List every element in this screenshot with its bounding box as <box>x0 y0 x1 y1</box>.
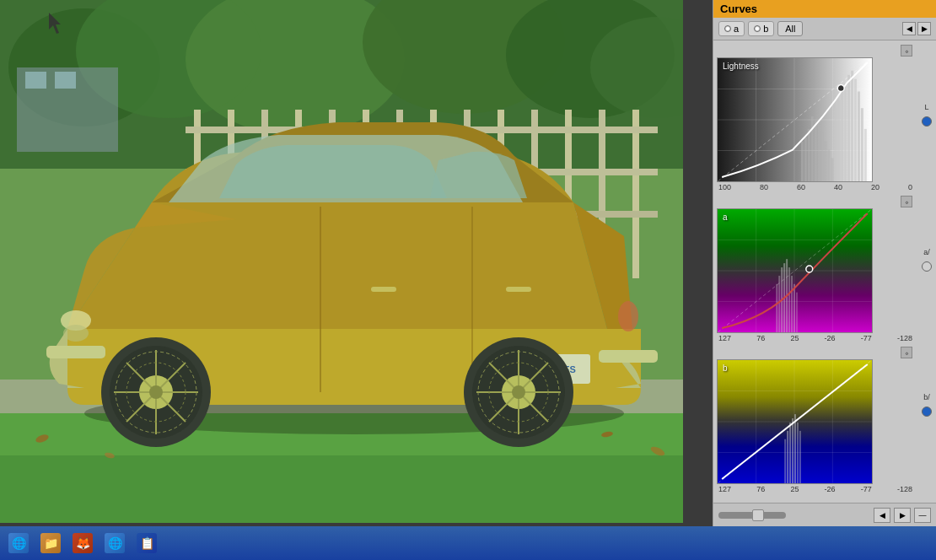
image-panel: CURVES <box>0 0 713 526</box>
b-canvas[interactable]: b <box>717 359 873 484</box>
b-graph-container: ⬦ b <box>717 346 914 493</box>
svg-rect-80 <box>818 125 820 181</box>
lightness-label: Lightness <box>723 62 759 71</box>
tab-a-label: a <box>734 24 739 34</box>
toolbar-prev-btn[interactable]: ◀ <box>874 508 890 523</box>
svg-rect-109 <box>791 276 793 332</box>
right-label-b: b/ <box>923 393 930 401</box>
tab-a-dot <box>724 25 731 32</box>
svg-rect-85 <box>834 108 836 181</box>
svg-rect-124 <box>794 414 796 483</box>
svg-rect-77 <box>808 129 810 181</box>
svg-point-112 <box>806 266 813 272</box>
right-radio-b[interactable] <box>922 407 932 417</box>
b-curve-svg <box>718 360 872 483</box>
toolbar-minus-btn[interactable]: — <box>914 508 931 523</box>
a-graph-header: ⬦ <box>717 195 914 208</box>
tab-b-label: b <box>763 24 768 34</box>
svg-rect-88 <box>844 83 847 181</box>
b-scale: 127 76 25 -26 -77 -128 <box>717 485 914 493</box>
a-scale: 127 76 25 -26 -77 -128 <box>717 334 914 342</box>
svg-rect-62 <box>0 0 683 523</box>
lightness-graph-header: ⬦ <box>717 44 914 57</box>
taskbar-icon-2: 📁 <box>40 533 61 553</box>
svg-rect-123 <box>792 418 793 483</box>
taskbar-item-1[interactable]: 🌐 <box>3 530 34 557</box>
svg-rect-87 <box>841 91 843 181</box>
svg-rect-104 <box>778 276 780 332</box>
bottom-toolbar: ◀ ▶ — <box>713 503 936 526</box>
svg-rect-78 <box>811 116 814 181</box>
title-text: Curves <box>720 3 757 15</box>
taskbar-icon-1: 🌐 <box>8 533 29 553</box>
svg-rect-83 <box>827 150 830 181</box>
curves-tabs: a b All ◀ ▶ <box>713 18 936 40</box>
svg-rect-126 <box>799 431 801 483</box>
right-radio-l[interactable] <box>922 116 932 127</box>
svg-rect-90 <box>851 71 853 181</box>
taskbar-icon-5: 📋 <box>137 533 157 553</box>
taskbar-icon-3: 🦊 <box>73 533 93 553</box>
svg-rect-92 <box>858 91 860 181</box>
tab-b-dot <box>754 25 761 32</box>
taskbar-item-2[interactable]: 📁 <box>35 530 66 557</box>
lightness-curve-svg <box>718 58 872 181</box>
right-label-l: L <box>924 103 928 111</box>
taskbar-item-3[interactable]: 🦊 <box>67 530 98 557</box>
svg-rect-103 <box>776 284 777 332</box>
curves-content: ⬦ Lightness <box>713 40 936 503</box>
taskbar-icon-4: 🌐 <box>105 533 125 553</box>
car-image: CURVES <box>0 0 683 523</box>
svg-rect-84 <box>831 158 833 181</box>
lightness-scale: 100 80 60 40 20 0 <box>717 183 914 191</box>
svg-rect-108 <box>788 267 790 332</box>
curves-panel: Curves a b All ◀ ▶ ⬦ <box>713 0 936 526</box>
svg-rect-86 <box>837 100 840 181</box>
b-label: b <box>723 363 728 373</box>
taskbar-item-4[interactable]: 🌐 <box>100 530 130 557</box>
svg-rect-125 <box>797 423 799 483</box>
a-label: a <box>723 213 728 222</box>
svg-rect-120 <box>784 439 786 483</box>
lightness-graph-icon: ⬦ <box>901 45 912 57</box>
svg-rect-89 <box>847 75 850 181</box>
b-graph-header: ⬦ <box>717 346 914 359</box>
tab-next-btn[interactable]: ▶ <box>917 22 931 35</box>
svg-rect-91 <box>854 79 857 181</box>
a-curve-svg <box>718 209 872 332</box>
svg-rect-122 <box>789 423 791 483</box>
toolbar-slider[interactable] <box>718 512 786 519</box>
tab-nav: ◀ ▶ <box>902 22 931 35</box>
taskbar-item-5[interactable]: 📋 <box>132 530 162 557</box>
svg-rect-94 <box>864 129 867 181</box>
main-area: CURVES <box>0 0 936 526</box>
tab-prev-btn[interactable]: ◀ <box>902 22 916 35</box>
b-graph-icon: ⬦ <box>901 347 912 358</box>
lightness-canvas[interactable]: Lightness <box>717 57 873 182</box>
right-radio-a[interactable] <box>922 261 932 272</box>
right-label-a: a/ <box>923 248 930 256</box>
taskbar: 🌐 📁 🦊 🌐 📋 <box>0 526 936 560</box>
right-labels: L a/ b/ <box>917 40 936 503</box>
a-graph-icon: ⬦ <box>901 196 912 207</box>
svg-rect-121 <box>787 431 788 483</box>
svg-point-95 <box>837 85 844 92</box>
a-graph-container: ⬦ a <box>717 195 914 342</box>
toolbar-next-btn[interactable]: ▶ <box>894 508 911 523</box>
svg-rect-111 <box>796 293 798 332</box>
svg-rect-76 <box>804 137 807 181</box>
curves-graphs: ⬦ Lightness <box>713 40 917 503</box>
curves-title: Curves <box>713 0 936 18</box>
tab-a[interactable]: a <box>718 21 745 36</box>
svg-rect-93 <box>861 108 863 181</box>
svg-rect-79 <box>815 121 817 181</box>
svg-rect-82 <box>825 142 827 181</box>
svg-rect-81 <box>821 133 824 181</box>
a-canvas[interactable]: a <box>717 208 873 333</box>
svg-rect-75 <box>801 142 804 181</box>
toolbar-slider-thumb <box>752 509 764 521</box>
svg-rect-110 <box>793 284 795 332</box>
tab-all[interactable]: All <box>777 21 803 36</box>
lightness-graph-container: ⬦ Lightness <box>717 44 914 191</box>
tab-b[interactable]: b <box>748 21 774 36</box>
